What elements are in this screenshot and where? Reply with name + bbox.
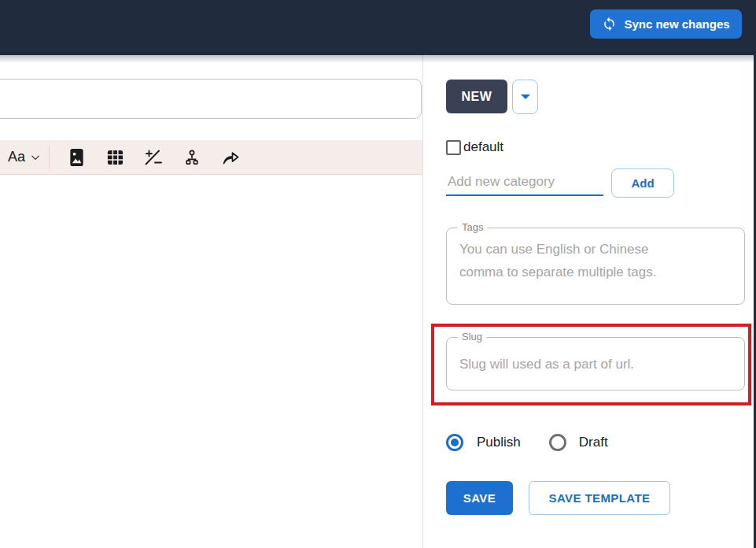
tags-input[interactable] bbox=[459, 238, 688, 294]
sync-new-changes-button[interactable]: Sync new changes bbox=[590, 9, 742, 39]
tags-field-label: Tags bbox=[458, 221, 487, 233]
sync-icon bbox=[602, 17, 617, 31]
chevron-down-icon bbox=[30, 152, 41, 163]
panel-divider bbox=[422, 55, 423, 548]
org-chart-icon bbox=[183, 149, 201, 166]
slug-input[interactable] bbox=[459, 354, 727, 376]
save-template-button[interactable]: SAVE TEMPLATE bbox=[529, 481, 670, 515]
insert-image-button[interactable] bbox=[67, 143, 86, 172]
toolbar-separator bbox=[49, 146, 50, 169]
publish-radio-option[interactable]: Publish bbox=[446, 434, 521, 451]
share-button[interactable] bbox=[221, 143, 240, 172]
sync-button-label: Sync new changes bbox=[624, 17, 729, 31]
text-style-dropdown[interactable]: Aa bbox=[8, 143, 41, 172]
new-dropdown-button[interactable] bbox=[512, 80, 538, 114]
math-operations-button[interactable] bbox=[144, 143, 163, 172]
add-category-input[interactable] bbox=[446, 168, 603, 196]
table-icon bbox=[106, 149, 124, 166]
publish-radio-label: Publish bbox=[477, 435, 521, 450]
insert-table-button[interactable] bbox=[105, 143, 124, 172]
draft-radio-option[interactable]: Draft bbox=[549, 434, 608, 451]
save-button[interactable]: SAVE bbox=[446, 481, 513, 515]
share-arrow-icon bbox=[221, 149, 241, 166]
text-style-label: Aa bbox=[8, 149, 25, 165]
org-chart-button[interactable] bbox=[183, 143, 201, 172]
draft-radio[interactable] bbox=[549, 434, 566, 451]
add-category-button[interactable]: Add bbox=[611, 168, 674, 198]
slug-field: Slug bbox=[446, 337, 745, 391]
new-post-button[interactable]: NEW bbox=[446, 80, 507, 113]
default-checkbox[interactable] bbox=[446, 140, 461, 155]
header-shadow bbox=[0, 55, 756, 63]
publish-radio[interactable] bbox=[446, 434, 463, 451]
default-category-row: default bbox=[446, 139, 503, 155]
dropdown-chevron-icon bbox=[519, 93, 532, 101]
post-title-input[interactable] bbox=[0, 79, 422, 119]
slug-field-label: Slug bbox=[458, 331, 486, 342]
image-icon bbox=[68, 147, 86, 168]
editor-toolbar: Aa bbox=[0, 140, 422, 175]
tags-field: Tags bbox=[446, 228, 745, 305]
draft-radio-label: Draft bbox=[579, 435, 608, 450]
default-checkbox-label: default bbox=[463, 139, 503, 155]
status-radio-group: Publish Draft bbox=[446, 434, 608, 451]
math-operations-icon bbox=[144, 149, 164, 166]
